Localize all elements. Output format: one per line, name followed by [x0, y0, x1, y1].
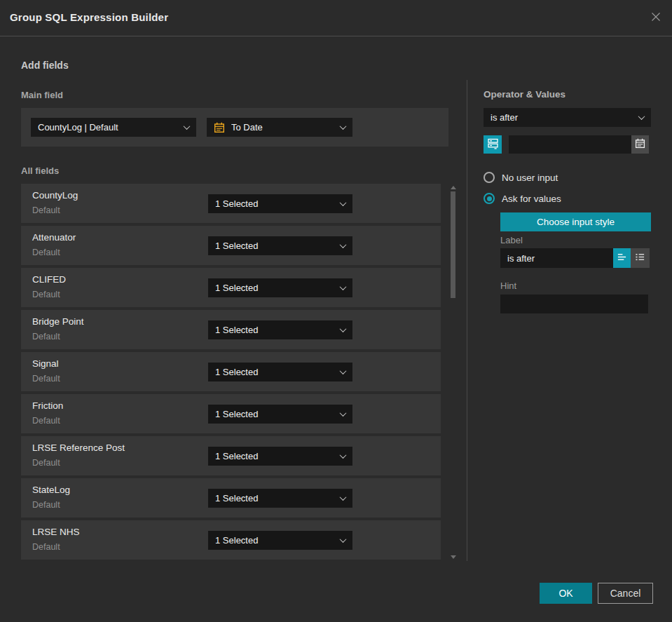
scrollbar-down-arrow-icon[interactable] — [451, 555, 456, 559]
input-style-list-button[interactable] — [631, 248, 650, 268]
field-row: Signal Default 1 Selected — [21, 352, 441, 391]
field-selection-value: 1 Selected — [215, 367, 341, 377]
field-type: Default — [32, 248, 60, 257]
field-selection-dropdown[interactable]: 1 Selected — [208, 194, 352, 213]
operator-select-value: is after — [491, 112, 639, 123]
field-selection-dropdown[interactable]: 1 Selected — [208, 363, 352, 381]
field-name: Signal — [32, 358, 59, 369]
field-selection-dropdown[interactable]: 1 Selected — [208, 447, 352, 466]
field-name: LRSE NHS — [32, 527, 80, 537]
field-type: Default — [32, 290, 60, 299]
hint-caption: Hint — [500, 280, 516, 291]
radio-circle-icon — [484, 172, 495, 183]
main-field-box: CountyLog | Default To Date — [21, 108, 448, 147]
radio-ask-for-values[interactable]: Ask for values — [484, 193, 561, 204]
label-input[interactable] — [500, 248, 613, 268]
set-from-field-button[interactable] — [484, 135, 502, 154]
field-row: Bridge Point Default 1 Selected — [21, 310, 441, 349]
field-row: LRSE NHS Default 1 Selected — [21, 520, 441, 560]
all-fields-label: All fields — [21, 165, 59, 176]
scrollbar-thumb[interactable] — [451, 191, 455, 298]
field-name: StateLog — [32, 485, 70, 495]
field-name: Bridge Point — [32, 316, 84, 327]
value-input[interactable] — [509, 135, 631, 154]
operator-values-heading: Operator & Values — [484, 89, 565, 100]
calendar-icon — [214, 122, 225, 133]
radio-no-user-input[interactable]: No user input — [484, 172, 558, 183]
field-selection-value: 1 Selected — [215, 409, 341, 419]
cancel-button[interactable]: Cancel — [598, 583, 653, 604]
chevron-down-icon — [340, 536, 347, 543]
add-fields-heading: Add fields — [21, 60, 69, 71]
field-selection-dropdown[interactable]: 1 Selected — [208, 236, 352, 255]
radio-ask-for-values-label: Ask for values — [502, 194, 561, 204]
field-selection-value: 1 Selected — [215, 535, 341, 546]
field-selection-dropdown[interactable]: 1 Selected — [208, 405, 352, 424]
chevron-down-icon — [340, 199, 347, 206]
field-name: LRSE Reference Post — [32, 442, 125, 453]
ok-button[interactable]: OK — [540, 583, 592, 604]
chevron-down-icon — [184, 123, 191, 130]
field-type: Default — [32, 500, 60, 510]
field-selection-dropdown[interactable]: 1 Selected — [208, 278, 352, 297]
input-style-text-button[interactable] — [613, 248, 631, 268]
main-field-date-type-select[interactable]: To Date — [207, 118, 352, 137]
main-field-label: Main field — [21, 90, 63, 100]
field-selection-value: 1 Selected — [215, 493, 341, 503]
vertical-divider — [467, 80, 467, 561]
choose-input-style-button[interactable]: Choose input style — [500, 212, 651, 231]
label-caption: Label — [500, 235, 523, 245]
date-picker-button[interactable] — [631, 135, 649, 154]
field-name: CountyLog — [32, 190, 78, 201]
field-type: Default — [32, 458, 60, 468]
chevron-down-icon — [340, 452, 347, 459]
field-selection-dropdown[interactable]: 1 Selected — [208, 531, 352, 550]
main-field-date-type-value: To Date — [231, 122, 341, 133]
align-left-lines-icon — [617, 252, 627, 265]
stacked-input-rows-icon — [487, 137, 499, 152]
main-field-select[interactable]: CountyLog | Default — [31, 118, 196, 137]
chevron-down-icon — [340, 241, 347, 248]
close-button[interactable] — [648, 11, 664, 26]
chevron-down-icon — [340, 123, 347, 130]
field-name: Attenuator — [32, 232, 76, 243]
field-type: Default — [32, 205, 60, 215]
calendar-icon — [635, 138, 645, 151]
chevron-down-icon — [340, 283, 347, 290]
field-row: LRSE Reference Post Default 1 Selected — [21, 436, 441, 475]
chevron-down-icon — [638, 113, 645, 120]
operator-select[interactable]: is after — [484, 108, 651, 127]
field-type: Default — [32, 332, 60, 342]
close-icon — [650, 11, 661, 25]
scrollbar-up-arrow-icon[interactable] — [451, 186, 456, 189]
field-selection-value: 1 Selected — [215, 325, 341, 335]
field-type: Default — [32, 416, 60, 426]
field-selection-value: 1 Selected — [215, 451, 341, 461]
chevron-down-icon — [340, 367, 347, 374]
all-fields-list: CountyLog Default 1 Selected Attenuator … — [21, 184, 441, 562]
field-type: Default — [32, 374, 60, 384]
field-selection-value: 1 Selected — [215, 198, 341, 209]
bulleted-list-icon — [635, 252, 645, 265]
field-name: CLIFED — [32, 274, 66, 285]
field-row: StateLog Default 1 Selected — [21, 478, 441, 518]
radio-no-user-input-label: No user input — [502, 173, 558, 183]
chevron-down-icon — [340, 494, 347, 501]
field-selection-value: 1 Selected — [215, 241, 341, 251]
field-row: Friction Default 1 Selected — [21, 394, 441, 433]
field-row: Attenuator Default 1 Selected — [21, 226, 441, 265]
chevron-down-icon — [340, 325, 347, 332]
field-selection-dropdown[interactable]: 1 Selected — [208, 320, 352, 339]
field-type: Default — [32, 542, 60, 552]
field-row: CountyLog Default 1 Selected — [21, 184, 441, 223]
dialog-title: Group SQL Expression Builder — [10, 11, 168, 23]
field-selection-value: 1 Selected — [215, 283, 341, 293]
main-field-select-value: CountyLog | Default — [38, 122, 184, 133]
radio-circle-icon — [484, 193, 495, 204]
field-row: CLIFED Default 1 Selected — [21, 268, 441, 307]
field-name: Friction — [32, 400, 63, 411]
dialog-titlebar: Group SQL Expression Builder — [0, 0, 672, 36]
hint-input[interactable] — [500, 295, 648, 313]
chevron-down-icon — [340, 410, 347, 417]
field-selection-dropdown[interactable]: 1 Selected — [208, 489, 352, 508]
